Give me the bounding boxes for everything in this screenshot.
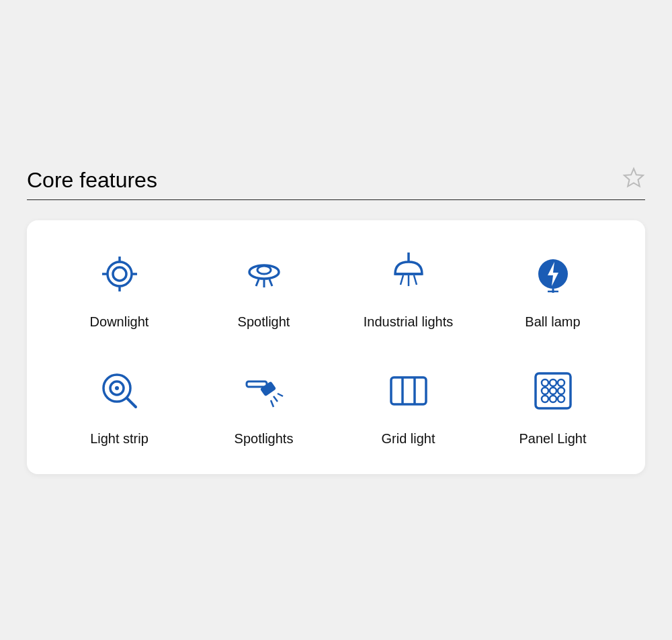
ball-lamp-label: Ball lamp (525, 313, 580, 330)
svg-line-14 (401, 275, 403, 285)
features-grid: Downlight Spotlight (47, 247, 625, 447)
svg-line-16 (414, 275, 417, 285)
grid-light-icon (382, 364, 435, 418)
svg-point-35 (558, 379, 564, 386)
grid-item-downlight[interactable]: Downlight (47, 247, 192, 330)
svg-point-2 (113, 267, 126, 281)
downlight-icon (93, 247, 146, 301)
header: Core features (27, 167, 645, 194)
svg-rect-24 (247, 381, 267, 387)
svg-line-26 (274, 396, 278, 402)
svg-line-23 (127, 398, 136, 407)
svg-marker-0 (624, 169, 643, 187)
grid-light-label: Grid light (381, 430, 435, 447)
light-strip-icon (93, 364, 146, 418)
svg-point-40 (550, 396, 556, 402)
spotlights-icon (237, 364, 291, 418)
svg-line-27 (278, 394, 283, 396)
industrial-lights-icon (382, 247, 435, 301)
svg-point-8 (257, 266, 271, 274)
grid-item-grid-light[interactable]: Grid light (336, 364, 480, 447)
spotlight-label: Spotlight (238, 313, 290, 330)
grid-item-panel-light[interactable]: Panel Light (480, 364, 625, 447)
downlight-label: Downlight (90, 313, 149, 330)
spotlights-label: Spotlights (235, 430, 294, 447)
svg-line-28 (271, 400, 274, 407)
svg-line-11 (269, 279, 272, 286)
grid-item-spotlights[interactable]: Spotlights (192, 364, 336, 447)
industrial-lights-label: Industrial lights (364, 313, 453, 330)
panel-light-icon (526, 364, 580, 418)
ball-lamp-icon (526, 247, 580, 301)
grid-item-industrial[interactable]: Industrial lights (336, 247, 480, 330)
svg-point-38 (558, 387, 564, 394)
svg-point-7 (249, 265, 279, 279)
svg-point-36 (542, 387, 548, 394)
svg-point-22 (115, 386, 119, 390)
svg-rect-25 (259, 381, 276, 396)
header-divider (27, 199, 645, 200)
star-icon[interactable] (622, 167, 645, 194)
svg-point-41 (558, 396, 564, 402)
features-card: Downlight Spotlight (27, 220, 645, 474)
svg-point-39 (542, 396, 548, 402)
svg-point-33 (542, 379, 548, 386)
spotlight-icon (237, 247, 291, 301)
page-title: Core features (27, 168, 157, 193)
svg-point-34 (550, 379, 556, 386)
svg-point-37 (550, 387, 556, 394)
panel-light-label: Panel Light (519, 430, 586, 447)
svg-line-9 (256, 279, 259, 286)
svg-point-1 (108, 262, 132, 286)
grid-item-ball-lamp[interactable]: Ball lamp (480, 247, 625, 330)
page-container: Core features (27, 140, 645, 501)
grid-item-spotlight[interactable]: Spotlight (192, 247, 336, 330)
light-strip-label: Light strip (90, 430, 149, 447)
grid-item-light-strip[interactable]: Light strip (47, 364, 192, 447)
svg-rect-29 (391, 377, 426, 404)
